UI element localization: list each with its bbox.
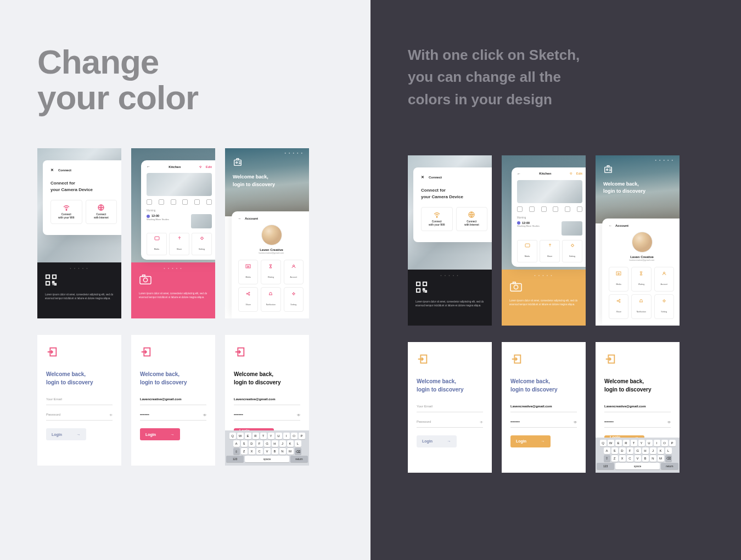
password-field[interactable]: ••••••••👁 (234, 413, 300, 421)
num-key[interactable]: 123 (597, 463, 614, 469)
grid-media[interactable]: Media (238, 260, 258, 284)
key-l[interactable]: L (295, 440, 301, 447)
tile-share[interactable]: Share (169, 233, 189, 255)
return-key[interactable]: return (290, 456, 308, 462)
edit-link[interactable]: Edit (576, 172, 582, 175)
grid-setting[interactable]: Setting (284, 287, 304, 312)
tile-setting[interactable]: Setting (192, 233, 212, 255)
key-b[interactable]: B (642, 455, 649, 462)
key-e[interactable]: E (615, 440, 622, 446)
shift-key[interactable]: ⇧ (233, 448, 240, 455)
password-field[interactable]: ••••••••👁 (140, 413, 206, 421)
grid-account[interactable]: Account (654, 267, 674, 292)
space-key[interactable]: space (245, 456, 289, 462)
key-s[interactable]: S (241, 440, 248, 447)
key-z[interactable]: Z (611, 455, 618, 462)
key-e[interactable]: E (245, 433, 251, 439)
email-field[interactable]: Lavencreative@gmail.com (510, 405, 577, 412)
grid-waiting[interactable]: Waiting (631, 267, 651, 292)
key-v[interactable]: V (264, 448, 271, 455)
key-y[interactable]: Y (638, 440, 645, 446)
grid-account[interactable]: Account (284, 260, 304, 284)
key-a[interactable]: A (604, 447, 610, 454)
shift-key[interactable]: ⇧ (604, 455, 610, 462)
key-i[interactable]: I (283, 433, 290, 439)
grid-share[interactable]: Share (238, 287, 258, 312)
schedule-item[interactable]: 12:00Washing Move Studies (517, 221, 582, 236)
key-h[interactable]: H (642, 447, 649, 454)
login-button[interactable]: Login→ (510, 435, 551, 447)
num-key[interactable]: 123 (226, 456, 244, 462)
tile-setting[interactable]: Setting (562, 240, 582, 262)
key-k[interactable]: K (287, 440, 294, 447)
email-field[interactable]: Your Email (46, 397, 113, 405)
key-s[interactable]: S (611, 447, 618, 454)
key-i[interactable]: I (654, 440, 660, 446)
password-field[interactable]: Password👁 (46, 413, 113, 421)
edit-link[interactable]: Edit (206, 165, 212, 169)
key-h[interactable]: H (272, 440, 278, 447)
email-field[interactable]: Your Email (417, 405, 483, 412)
key-n[interactable]: N (650, 455, 656, 462)
back-icon[interactable]: ← (238, 217, 242, 220)
key-n[interactable]: N (279, 448, 286, 455)
internet-option[interactable]: Connectwith Internet (456, 207, 488, 231)
key-w[interactable]: W (608, 440, 614, 446)
key-k[interactable]: K (658, 447, 664, 454)
eye-icon[interactable]: 👁 (574, 421, 577, 424)
key-u[interactable]: U (276, 433, 282, 439)
key-x[interactable]: X (619, 455, 626, 462)
password-field[interactable]: ••••••••👁 (604, 420, 671, 428)
eye-icon[interactable]: 👁 (480, 421, 483, 424)
key-y[interactable]: Y (268, 433, 274, 439)
grid-notification[interactable]: Notification (261, 287, 280, 312)
login-button[interactable]: Login→ (140, 428, 180, 440)
key-g[interactable]: G (264, 440, 271, 447)
key-q[interactable]: Q (229, 433, 236, 439)
back-icon[interactable]: ← (609, 224, 612, 227)
tile-share[interactable]: Share (540, 240, 560, 262)
key-f[interactable]: F (256, 440, 263, 447)
internet-option[interactable]: Connectwith Internet (86, 200, 117, 224)
login-button[interactable]: Login→ (417, 435, 457, 447)
eye-icon[interactable]: 👁 (109, 413, 113, 417)
eye-icon[interactable]: 👁 (667, 421, 671, 424)
key-t[interactable]: T (631, 440, 637, 446)
close-icon[interactable]: ✕ (421, 175, 424, 180)
key-p[interactable]: P (299, 433, 305, 439)
tile-media[interactable]: Media (147, 233, 167, 255)
tile-media[interactable]: Media (517, 240, 537, 262)
wifi-option[interactable]: Connectwith your Wifi (50, 200, 82, 224)
return-key[interactable]: return (661, 463, 678, 469)
key-x[interactable]: X (249, 448, 255, 455)
key-l[interactable]: L (665, 447, 672, 454)
key-w[interactable]: W (237, 433, 244, 439)
close-icon[interactable]: ✕ (50, 168, 54, 172)
key-q[interactable]: Q (600, 440, 607, 446)
key-z[interactable]: Z (241, 448, 248, 455)
key-r[interactable]: R (623, 440, 630, 446)
schedule-item[interactable]: 12:00Washing Move Studies (147, 214, 212, 228)
key-a[interactable]: A (233, 440, 240, 447)
key-f[interactable]: F (627, 447, 633, 454)
email-field[interactable]: Lavencreative@gmail.com (604, 405, 671, 412)
key-c[interactable]: C (627, 455, 633, 462)
key-p[interactable]: P (669, 440, 676, 446)
eye-icon[interactable]: 👁 (297, 413, 300, 417)
email-field[interactable]: Lavencreative@gmail.com (140, 397, 206, 405)
keyboard[interactable]: QWERTYUIOP ASDFGHJKL ⇧ZXCVBNM⌫ 123spacer… (225, 430, 309, 466)
grid-media[interactable]: Media (609, 267, 628, 292)
key-d[interactable]: D (249, 440, 255, 447)
key-j[interactable]: J (279, 440, 286, 447)
keyboard[interactable]: QWERTYUIOP ASDFGHJKL ⇧ZXCVBNM⌫ 123spacer… (596, 438, 680, 473)
key-u[interactable]: U (646, 440, 653, 446)
password-field[interactable]: ••••••••👁 (510, 420, 577, 428)
password-field[interactable]: Password👁 (417, 420, 483, 428)
grid-setting[interactable]: Setting (654, 294, 674, 319)
space-key[interactable]: space (615, 463, 660, 469)
back-icon[interactable]: ← (517, 172, 521, 176)
key-o[interactable]: O (661, 440, 668, 446)
grid-notification[interactable]: Notification (631, 294, 651, 319)
back-icon[interactable]: ← (147, 165, 150, 169)
key-m[interactable]: M (658, 455, 664, 462)
